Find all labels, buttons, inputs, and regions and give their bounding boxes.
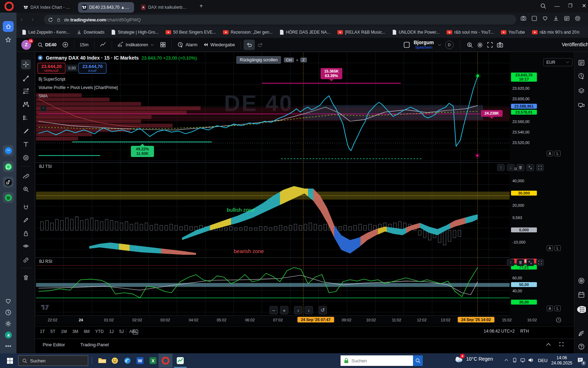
bookmark-item[interactable]: Strategie | High-Gro... <box>111 30 159 35</box>
browser-tab[interactable]: DAX Index Chart - DAX 40 <box>19 2 75 13</box>
bookmark-item[interactable]: [RELAX R&B Music... <box>337 30 385 35</box>
replay-button[interactable]: Wiedergabe <box>200 40 238 50</box>
templates-button[interactable] <box>157 40 169 50</box>
up-button[interactable]: ↑ <box>507 259 514 266</box>
notifications-icon[interactable]: 3 <box>577 357 584 365</box>
sidebar-item-heart[interactable] <box>3 296 14 307</box>
camera-snapshot-icon[interactable] <box>520 15 526 21</box>
browser-search-icon[interactable] <box>540 3 546 9</box>
publish-button[interactable]: Veröffentlichen <box>562 42 588 47</box>
range-button-1j[interactable]: 1J <box>107 328 116 335</box>
bookmark-item[interactable]: HÖRE DAS JEDE NA... <box>280 30 330 35</box>
sidebar-item-home[interactable] <box>3 21 14 32</box>
chat-icon[interactable] <box>577 101 586 110</box>
session-type[interactable]: RTH <box>520 329 528 334</box>
download-icon[interactable] <box>553 15 559 21</box>
clock-utc[interactable]: 14:06:42 UTC+2 <box>484 329 514 334</box>
bookmark-item[interactable]: YouTube <box>501 30 525 35</box>
reading-list-icon[interactable] <box>564 15 570 21</box>
bookmarks-overflow-button[interactable]: » <box>577 29 580 34</box>
new-tab-button[interactable]: + <box>200 3 203 9</box>
tray-network-icon[interactable] <box>520 357 525 363</box>
camera-snapshot-icon[interactable] <box>497 42 503 48</box>
window-minimize-button[interactable]: — <box>554 3 560 9</box>
sidebar-item-more-dots[interactable] <box>3 341 14 352</box>
range-button-6m[interactable]: 6M <box>82 328 92 335</box>
currency-select[interactable]: EUR <box>543 58 573 66</box>
opera-taskbar-icon[interactable] <box>159 354 173 368</box>
panel-collapse-icon[interactable] <box>546 343 551 346</box>
pan-right-button[interactable]: › <box>304 306 313 314</box>
wallet-icon[interactable] <box>531 15 537 21</box>
calendar-icon[interactable] <box>577 290 586 299</box>
compare-button[interactable] <box>59 40 71 50</box>
legend-collapse-button[interactable]: ⌃ <box>40 106 47 111</box>
range-button-1t[interactable]: 1T <box>38 328 47 335</box>
chart-legend-title[interactable]: Germany DAX 40 Index · 15 · IC Markets 2… <box>37 55 197 61</box>
bottom-tab[interactable]: Pine Editor <box>43 342 65 347</box>
user-avatar[interactable]: Z 11 <box>21 40 31 50</box>
apps-grid-icon[interactable] <box>577 305 586 314</box>
panel-maximize-icon[interactable] <box>559 342 564 346</box>
sidebar-item-spotify[interactable] <box>3 192 14 203</box>
collapse-button[interactable] <box>526 164 534 171</box>
fib-tool-icon[interactable] <box>21 86 31 96</box>
tsi-pane-title[interactable]: BJ TSI <box>39 164 52 169</box>
range-button-1m[interactable]: 1M <box>59 328 69 335</box>
magnet-icon[interactable] <box>21 203 31 212</box>
goto-date-icon[interactable] <box>132 329 139 335</box>
browser-tab[interactable]: ADAX mit kalkulierbarem Ri <box>137 2 193 13</box>
trash-button[interactable] <box>517 164 524 171</box>
profile-icon[interactable] <box>575 15 581 21</box>
web-search-button[interactable] <box>413 355 423 366</box>
heart-icon[interactable] <box>542 15 548 21</box>
tray-volume-icon[interactable] <box>528 357 533 363</box>
auto-scale-button[interactable]: A <box>547 151 553 156</box>
chart-app-icon[interactable] <box>173 354 187 368</box>
range-button-3m[interactable]: 3M <box>70 328 80 335</box>
legend-indicator-row[interactable]: SMA <box>38 94 118 98</box>
settings-gear-icon[interactable] <box>477 42 483 48</box>
back-button[interactable]: ‹ <box>21 16 22 22</box>
pan-left-button[interactable]: ‹ <box>294 306 302 314</box>
legend-indicator-row[interactable]: Volume Profile + Pivot Levels [ChartPrim… <box>38 85 118 90</box>
taskbar-search[interactable]: Suchen <box>18 355 88 366</box>
lock-all-icon[interactable] <box>21 229 31 238</box>
down-button[interactable]: ↓ <box>507 164 514 171</box>
forward-button[interactable]: › <box>32 16 34 22</box>
rsi-pane-title[interactable]: BJ RSI <box>39 259 52 264</box>
hide-drawings-icon[interactable] <box>21 241 31 251</box>
xabcd-pattern-icon[interactable] <box>21 100 31 109</box>
tray-chevron-icon[interactable] <box>504 358 509 362</box>
reload-icon[interactable] <box>48 17 53 22</box>
sidebar-item-history-clock[interactable] <box>3 307 14 318</box>
tray-device-icon[interactable] <box>512 357 517 363</box>
buy-button[interactable]: 23.644,70 KAUF <box>78 63 106 74</box>
file-explorer-icon[interactable] <box>95 354 109 368</box>
bookmark-item[interactable]: r&b mix 90's and 20... <box>532 30 580 35</box>
bookmark-item[interactable]: r&b soul mix - YouT... <box>447 30 494 35</box>
opera-logo-icon[interactable] <box>5 2 14 11</box>
alert-button[interactable]: Alarm <box>175 40 200 50</box>
sell-button[interactable]: 23.644,20 VERKAUF <box>37 63 65 74</box>
auto-scale-button[interactable]: A <box>547 306 553 311</box>
fullscreen-icon[interactable] <box>487 42 493 48</box>
bookmark-item[interactable]: Downloads <box>77 30 104 35</box>
bottom-tab[interactable]: Trading-Panel <box>80 342 109 347</box>
up-button[interactable]: ↑ <box>497 164 505 171</box>
forecast-tool-icon[interactable] <box>21 113 31 123</box>
url-field[interactable]: de.tradingview.com/chart/d50glPWQ <box>44 15 516 25</box>
web-search-field[interactable]: Suchen <box>341 355 413 366</box>
text-tool-icon[interactable] <box>21 139 31 149</box>
layout-name-button[interactable]: Bjorgum Speichern <box>414 40 434 50</box>
reset-chart-button[interactable]: ↺ <box>318 306 327 314</box>
timezone-clock-icon[interactable] <box>556 317 561 323</box>
trend-line-icon[interactable] <box>21 74 31 83</box>
drawing-lock-pencil-icon[interactable] <box>21 215 31 225</box>
zoom-out-button[interactable]: − <box>270 306 278 314</box>
zoom-in-icon[interactable] <box>21 184 31 194</box>
log-scale-button[interactable]: L <box>554 306 561 311</box>
range-button-ytd[interactable]: YTD <box>93 328 106 335</box>
weather-widget[interactable]: 410°C Regen <box>454 355 493 363</box>
sidebar-item-messenger[interactable] <box>3 145 14 156</box>
